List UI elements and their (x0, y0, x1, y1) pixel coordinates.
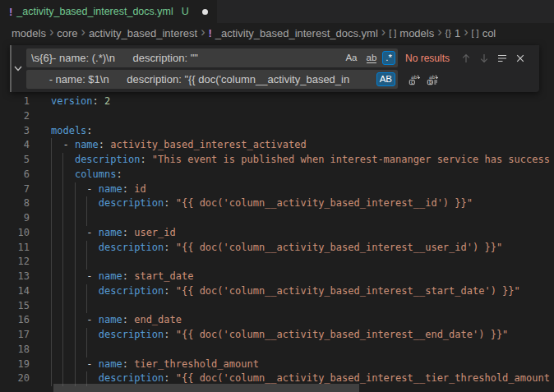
indent-guide (62, 255, 63, 270)
breadcrumb-item[interactable]: [ ]col (471, 27, 496, 39)
breadcrumb-label: col (482, 27, 496, 39)
breadcrumb-separator-icon: › (46, 25, 57, 39)
indent-guide (51, 328, 52, 343)
breadcrumb-item[interactable]: activity_based_interest (89, 27, 197, 39)
indent-guide (51, 182, 52, 197)
breadcrumb-item[interactable]: models (12, 27, 46, 39)
line-number: 16 (0, 313, 51, 328)
previous-match-button[interactable] (458, 50, 474, 67)
indent-guide (51, 299, 52, 314)
breadcrumb-item[interactable]: core (57, 27, 77, 39)
indent-guide (86, 211, 87, 226)
tab-title: _activity_based_interest_docs.yml (16, 6, 173, 17)
modified-dot-icon[interactable] (202, 9, 208, 15)
indent-guide (75, 182, 76, 197)
indent-guide (75, 196, 76, 211)
find-widget: \s{6}- name: (.*)\n description: "" Aa a… (10, 45, 539, 92)
whole-word-toggle[interactable]: ab (363, 51, 381, 65)
indent-guide (62, 270, 63, 284)
code-line[interactable]: 10 - name: user_id (0, 226, 554, 241)
code-line[interactable]: 9 (0, 211, 554, 226)
code-line[interactable]: 3models: (0, 124, 554, 139)
yaml-file-icon: ! (9, 6, 12, 18)
code-line[interactable]: 17 description: "{{ doc('column__activit… (0, 328, 554, 343)
close-icon[interactable] (512, 50, 529, 67)
breadcrumb-label: models (399, 27, 434, 39)
tab-active[interactable]: ! _activity_based_interest_docs.yml U (0, 0, 217, 23)
replace-all-button[interactable]: ab b (424, 71, 441, 88)
editor-area: \s{6}- name: (.*)\n description: "" Aa a… (0, 43, 554, 392)
find-input-value: \s{6}- name: (.*)\n description: "" (31, 52, 342, 64)
toggle-replace-button[interactable] (10, 45, 26, 92)
indent-guide (62, 343, 63, 357)
breadcrumb-label: activity_based_interest (89, 27, 197, 39)
find-in-selection-button[interactable] (494, 50, 510, 67)
indent-guide (51, 357, 52, 372)
indent-guide (75, 284, 76, 299)
indent-guide (51, 241, 52, 256)
indent-guide (51, 270, 52, 284)
breadcrumb-separator-icon: › (197, 25, 208, 39)
yaml-file-icon: ! (208, 27, 211, 39)
code-line[interactable]: 19 - name: tier_threshold_amount (0, 357, 554, 372)
replace-input-value: - name: $1\n description: "{{ doc('colum… (31, 73, 376, 85)
chevron-down-icon (13, 62, 23, 76)
indent-guide (51, 168, 52, 182)
replace-button[interactable]: ab c (406, 71, 422, 88)
indent-guide (51, 211, 52, 226)
indent-guide (51, 313, 52, 328)
code-line[interactable]: 14 description: "{{ doc('column__activit… (0, 284, 554, 299)
line-number: 10 (0, 226, 51, 241)
indent-guide (62, 226, 63, 241)
breadcrumb-item[interactable]: !_activity_based_interest_docs.yml (208, 27, 377, 39)
results-count: No results (405, 53, 456, 64)
code-line[interactable]: 16 - name: end_date (0, 313, 554, 328)
indent-guide (86, 343, 87, 357)
code-line[interactable]: 4 - name: activity_based_interest_activa… (0, 138, 554, 153)
indent-guide (62, 168, 63, 182)
find-resize-sash[interactable] (10, 45, 12, 92)
breadcrumb-item[interactable]: [ ]models (389, 27, 434, 39)
indent-guide (62, 284, 63, 299)
symbol-array-icon: [ ] (389, 28, 396, 38)
indent-guide (75, 313, 76, 328)
indent-guide (75, 357, 76, 372)
code-line[interactable]: 18 (0, 343, 554, 357)
line-number: 2 (0, 109, 51, 124)
code-line[interactable]: 1version: 2 (0, 95, 554, 109)
replace-input[interactable]: - name: $1\n description: "{{ doc('colum… (26, 70, 398, 89)
find-input[interactable]: \s{6}- name: (.*)\n description: "" Aa a… (26, 48, 398, 67)
tab-git-status: U (182, 6, 189, 17)
line-number: 19 (0, 357, 51, 372)
next-match-button[interactable] (476, 50, 492, 67)
indent-guide (62, 211, 63, 226)
line-number: 5 (0, 153, 51, 168)
code-line[interactable]: 12 (0, 255, 554, 270)
code-line[interactable]: 7 - name: id (0, 182, 554, 197)
svg-text:b: b (429, 78, 432, 84)
indent-guide (75, 241, 76, 256)
indent-guide (51, 153, 52, 168)
breadcrumb-label: 1 (455, 27, 460, 39)
code-line[interactable]: 11 description: "{{ doc('column__activit… (0, 241, 554, 256)
line-number: 17 (0, 328, 51, 343)
indent-guide (62, 153, 63, 168)
code-line[interactable]: 15 (0, 299, 554, 314)
indent-guide (62, 196, 63, 211)
code-line[interactable]: 13 - name: start_date (0, 270, 554, 284)
regex-toggle[interactable]: .* (382, 51, 395, 65)
line-number: 7 (0, 182, 51, 197)
horizontal-scrollbar[interactable] (53, 384, 359, 392)
indent-guide (86, 284, 87, 299)
line-number: 4 (0, 138, 51, 153)
code-line[interactable]: 8 description: "{{ doc('column__activity… (0, 196, 554, 211)
breadcrumb-item[interactable]: {}1 (446, 27, 461, 39)
indent-guide (86, 299, 87, 314)
line-number: 18 (0, 343, 51, 357)
preserve-case-toggle[interactable]: AB (376, 72, 395, 86)
code-line[interactable]: 5 description: "This event is published … (0, 153, 554, 168)
match-case-toggle[interactable]: Aa (342, 51, 360, 65)
code-line[interactable]: 2 (0, 109, 554, 124)
code-line[interactable]: 6 columns: (0, 168, 554, 182)
symbol-array-icon: [ ] (471, 28, 478, 38)
